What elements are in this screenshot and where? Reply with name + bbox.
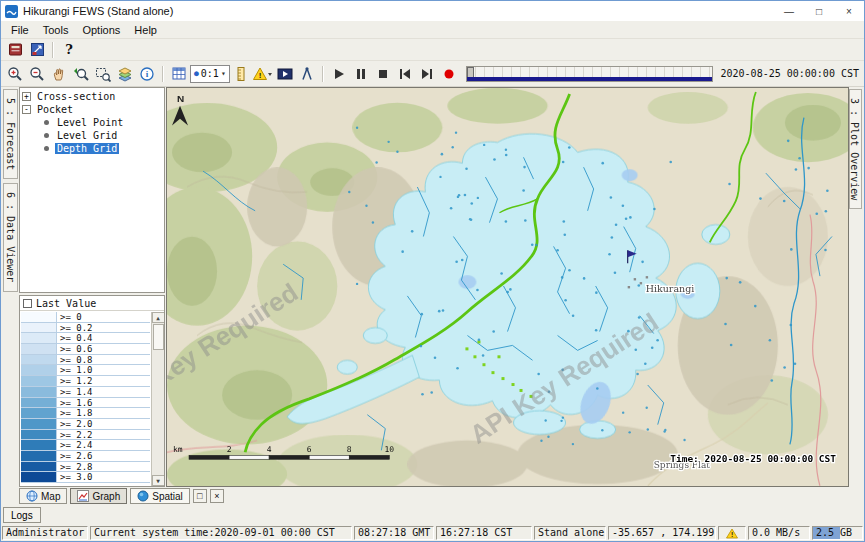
legend-label: >= 2.0 — [57, 419, 93, 429]
menu-tools[interactable]: Tools — [36, 23, 76, 37]
legend-row: >= 3.0 — [21, 472, 150, 483]
tab-spatial[interactable]: Spatial — [130, 488, 190, 504]
sphere-icon — [137, 490, 149, 502]
tree-collapse-icon[interactable]: - — [22, 105, 31, 114]
scroll-up-icon[interactable]: ▲ — [152, 312, 165, 323]
tree-node[interactable]: Depth Grid — [22, 142, 162, 155]
legend-row: >= 1.0 — [21, 365, 150, 376]
tree-node[interactable]: +Cross-section — [22, 90, 162, 103]
chart-icon — [77, 490, 89, 502]
minimize-button[interactable]: — — [774, 1, 804, 21]
tree-expand-icon[interactable]: + — [22, 92, 31, 101]
last-value-label: Last Value — [36, 298, 96, 309]
map-view[interactable]: API Key Required API Key Required Hikura… — [166, 87, 849, 487]
tab-plot-overview[interactable]: 3 : Plot Overview — [849, 89, 862, 209]
legend-label: >= 0.8 — [57, 355, 93, 365]
tree-node[interactable]: -Pocket — [22, 103, 162, 116]
toolbar-separator — [52, 42, 54, 58]
pan-hand-button[interactable] — [48, 64, 70, 84]
tree-node[interactable]: Level Grid — [22, 129, 162, 142]
help-button[interactable]: ? — [58, 40, 80, 60]
tab-data-viewer[interactable]: 6 : Data Viewer — [3, 183, 18, 291]
legend-row: >= 2.6 — [21, 451, 150, 462]
legend-row: >= 1.6 — [21, 398, 150, 409]
tree-node-label: Pocket — [35, 104, 75, 115]
tree-node-label: Level Point — [55, 117, 125, 128]
tree-leaf-icon — [44, 120, 49, 125]
archive-database-button[interactable] — [4, 40, 26, 60]
layers-button[interactable] — [114, 64, 136, 84]
status-throughput: 0.0 MB/s — [748, 526, 810, 540]
legend-label: >= 1.6 — [57, 398, 93, 408]
next-step-button[interactable] — [416, 64, 438, 84]
last-value-checkbox[interactable] — [23, 299, 32, 308]
svg-text:10: 10 — [385, 445, 395, 454]
record-button[interactable] — [438, 64, 460, 84]
grid-display-button[interactable] — [168, 64, 190, 84]
previous-step-button[interactable] — [394, 64, 416, 84]
previous-zoom-button[interactable] — [70, 64, 92, 84]
interval-combobox[interactable]: ● 0:1 ▾ — [190, 65, 230, 83]
stop-button[interactable] — [372, 64, 394, 84]
menu-help[interactable]: Help — [127, 23, 164, 37]
shortcut-strip-left: 5 : Forecast 6 : Data Viewer — [1, 87, 18, 487]
tab-graph-label: Graph — [92, 491, 120, 502]
legend-row: >= 2.0 — [21, 419, 150, 430]
time-slider-thumb[interactable] — [467, 67, 474, 81]
legend-row: >= 1.2 — [21, 376, 150, 387]
logs-button[interactable]: Logs — [3, 507, 41, 523]
animation-export-button[interactable] — [274, 64, 296, 84]
time-slider[interactable] — [466, 66, 713, 82]
menu-options[interactable]: Options — [75, 23, 127, 37]
legend-table: >= 0>= 0.2>= 0.4>= 0.6>= 0.8>= 1.0>= 1.2… — [21, 312, 150, 483]
map-canvas[interactable]: API Key Required API Key Required Hikura… — [167, 88, 848, 486]
legend-swatch — [21, 312, 57, 322]
zoom-in-button[interactable] — [4, 64, 26, 84]
warnings-dropdown-button[interactable]: ! — [252, 64, 274, 84]
svg-text:km: km — [173, 445, 183, 454]
tree-leaf-icon — [44, 133, 49, 138]
play-button[interactable] — [328, 64, 350, 84]
measure-button[interactable] — [296, 64, 318, 84]
import-export-button[interactable] — [26, 40, 48, 60]
profile-ruler-button[interactable] — [230, 64, 252, 84]
tab-map-label: Map — [41, 491, 60, 502]
title-bar[interactable]: Hikurangi FEWS (Stand alone) — □ × — [1, 1, 864, 21]
zoom-out-button[interactable] — [26, 64, 48, 84]
bottom-tab-bar: Map Graph Spatial □ × — [1, 487, 864, 505]
scroll-down-icon[interactable]: ▼ — [152, 475, 165, 486]
tree: +Cross-section-PocketLevel PointLevel Gr… — [19, 87, 165, 293]
status-warning-indicator[interactable]: ! — [718, 526, 746, 540]
panel-close-button[interactable]: × — [210, 489, 224, 503]
legend-label: >= 3.0 — [57, 472, 93, 482]
scrollbar-thumb[interactable] — [153, 324, 164, 350]
tree-node[interactable]: Level Point — [22, 116, 162, 129]
zoom-rectangle-button[interactable] — [92, 64, 114, 84]
status-mode: Stand alone — [534, 526, 606, 540]
close-button[interactable]: × — [834, 1, 864, 21]
legend-swatch — [21, 472, 57, 482]
status-local-time: 16:27:18 CST — [436, 526, 532, 540]
info-button[interactable]: i — [136, 64, 158, 84]
panel-maximize-button[interactable]: □ — [193, 489, 207, 503]
menu-file[interactable]: File — [4, 23, 36, 37]
legend-row: >= 0 — [21, 312, 150, 323]
legend-scrollbar[interactable]: ▲ ▼ — [151, 312, 164, 486]
status-gmt-time: 08:27:18 GMT — [354, 526, 434, 540]
pause-button[interactable] — [350, 64, 372, 84]
map-time-label: Time: 2020-08-25 00:00:00 CST — [670, 453, 836, 464]
top-toolbar: ? — [1, 39, 864, 61]
tab-forecast[interactable]: 5 : Forecast — [3, 89, 18, 179]
svg-text:!: ! — [258, 71, 261, 80]
map-label-hikurangi: Hikurangi — [646, 283, 695, 294]
legend-label: >= 1.8 — [57, 408, 93, 418]
legend-label: >= 0.4 — [57, 333, 93, 343]
legend-label: >= 0 — [57, 312, 82, 322]
tab-map[interactable]: Map — [19, 488, 67, 504]
left-panel: +Cross-section-PocketLevel PointLevel Gr… — [18, 87, 166, 487]
legend-row: >= 1.4 — [21, 387, 150, 398]
tab-graph[interactable]: Graph — [70, 488, 127, 504]
toolbar-timestamp: 2020-08-25 00:00:00 CST — [719, 68, 861, 79]
window-title: Hikurangi FEWS (Stand alone) — [23, 5, 173, 17]
maximize-button[interactable]: □ — [804, 1, 834, 21]
